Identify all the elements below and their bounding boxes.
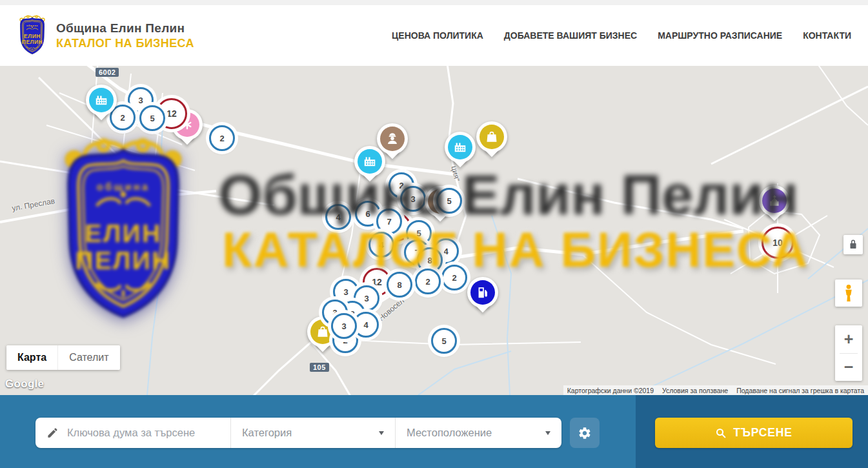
fuel-pin[interactable] <box>467 277 498 308</box>
site-title: Община Елин Пелин <box>56 21 194 36</box>
worker-pin[interactable] <box>377 123 408 154</box>
zoom-control: + − <box>835 325 862 381</box>
site-header: община ЕЛИН ПЕЛИН Община Елин Пелин КАТА… <box>0 5 868 66</box>
factory-pin[interactable] <box>86 85 117 116</box>
cluster-marker[interactable]: 2 <box>209 125 235 151</box>
pegman-icon <box>840 283 857 303</box>
factory-pin[interactable] <box>354 146 385 177</box>
search-form: Категория Местоположение <box>35 418 561 448</box>
nav-item-contacts[interactable]: КОНТАКТИ <box>803 30 851 41</box>
cluster-marker[interactable]: 8 <box>387 272 412 298</box>
factory-icon <box>448 135 472 159</box>
fuel-icon <box>470 280 495 305</box>
gear-icon <box>578 426 592 440</box>
cluster-marker[interactable]: 2 <box>441 265 467 290</box>
road-number-badge: 105 <box>310 363 329 372</box>
nav-item-add-business[interactable]: ДОБАВЕТЕ ВАШИЯТ БИЗНЕС <box>504 30 637 41</box>
factory-icon <box>89 88 114 112</box>
cluster-marker[interactable]: 3 <box>331 313 357 339</box>
lock-icon <box>847 239 859 250</box>
svg-text:община: община <box>26 25 38 27</box>
map-attribution: Картографски данни ©2019 Условия за полз… <box>563 385 868 395</box>
keyword-input[interactable] <box>67 427 225 439</box>
map-canvas[interactable]: 1232522351064137544782212833823435 60021… <box>0 66 868 395</box>
cluster-marker[interactable]: 5 <box>139 105 165 131</box>
chevron-down-icon <box>379 431 384 435</box>
category-select-label: Категория <box>242 427 292 439</box>
search-button-label: ТЪРСЕНЕ <box>733 426 792 440</box>
factory-pin[interactable] <box>445 132 476 163</box>
cluster-marker[interactable]: 10 <box>762 227 794 259</box>
attribution-terms-link[interactable]: Условия за ползване <box>662 387 728 394</box>
road-number-badge: 6002 <box>96 68 119 77</box>
keyword-field[interactable] <box>35 418 230 448</box>
svg-text:ПЕЛИН: ПЕЛИН <box>22 39 43 45</box>
nav-item-timetable[interactable]: МАРШРУТНО РАЗПИСАНИЕ <box>658 30 782 41</box>
svg-text:ЕЛИН: ЕЛИН <box>24 33 41 39</box>
church-pin[interactable] <box>759 185 790 216</box>
page-top-strip <box>0 0 868 5</box>
search-button[interactable]: ТЪРСЕНЕ <box>655 418 853 448</box>
cluster-marker[interactable]: 4 <box>368 232 394 258</box>
main-nav: ЦЕНОВА ПОЛИТИКА ДОБАВЕТЕ ВАШИЯТ БИЗНЕС М… <box>392 30 851 41</box>
map-type-satellite-button[interactable]: Сателит <box>57 345 119 370</box>
map-type-control: Карта Сателит <box>6 345 120 370</box>
street-view-pegman-button[interactable] <box>835 280 862 307</box>
cluster-marker[interactable]: 2 <box>415 269 441 294</box>
attribution-data: Картографски данни ©2019 <box>567 387 654 394</box>
worker-icon <box>380 127 405 151</box>
lock-button[interactable] <box>843 235 863 254</box>
location-select-label: Местоположение <box>407 427 492 439</box>
nav-item-pricing[interactable]: ЦЕНОВА ПОЛИТИКА <box>392 30 483 41</box>
site-logo[interactable]: община ЕЛИН ПЕЛИН Община Елин Пелин КАТА… <box>17 15 194 56</box>
cluster-marker[interactable]: 7 <box>376 209 402 234</box>
municipality-shield-logo: община ЕЛИН ПЕЛИН <box>17 15 48 56</box>
zoom-out-button[interactable]: − <box>835 354 862 382</box>
location-select[interactable]: Местоположение <box>395 418 561 448</box>
cluster-marker[interactable]: 3 <box>400 186 426 212</box>
church-icon <box>762 188 787 213</box>
bag-pin[interactable] <box>476 121 507 152</box>
cluster-marker[interactable]: 4 <box>325 204 351 230</box>
cluster-marker[interactable]: 5 <box>436 188 462 214</box>
pencil-icon <box>46 427 59 439</box>
cluster-marker[interactable]: 5 <box>431 328 457 354</box>
bag-icon <box>479 125 504 149</box>
advanced-search-button[interactable] <box>570 418 600 448</box>
google-logo[interactable]: Google <box>5 378 44 391</box>
chevron-down-icon <box>545 431 550 435</box>
factory-icon <box>358 149 382 174</box>
search-bar: Категория Местоположение ТЪРСЕНЕ <box>0 395 868 468</box>
map-type-map-button[interactable]: Карта <box>6 345 57 370</box>
brand-text: Община Елин Пелин КАТАЛОГ НА БИЗНЕСА <box>56 21 194 50</box>
search-icon <box>715 427 727 439</box>
category-select[interactable]: Категория <box>230 418 395 448</box>
site-subtitle: КАТАЛОГ НА БИЗНЕСА <box>56 37 194 50</box>
cluster-marker[interactable]: 4 <box>353 312 379 338</box>
attribution-report-link[interactable]: Подаване на сигнал за грешка в картата <box>736 387 864 394</box>
zoom-in-button[interactable]: + <box>835 325 862 353</box>
